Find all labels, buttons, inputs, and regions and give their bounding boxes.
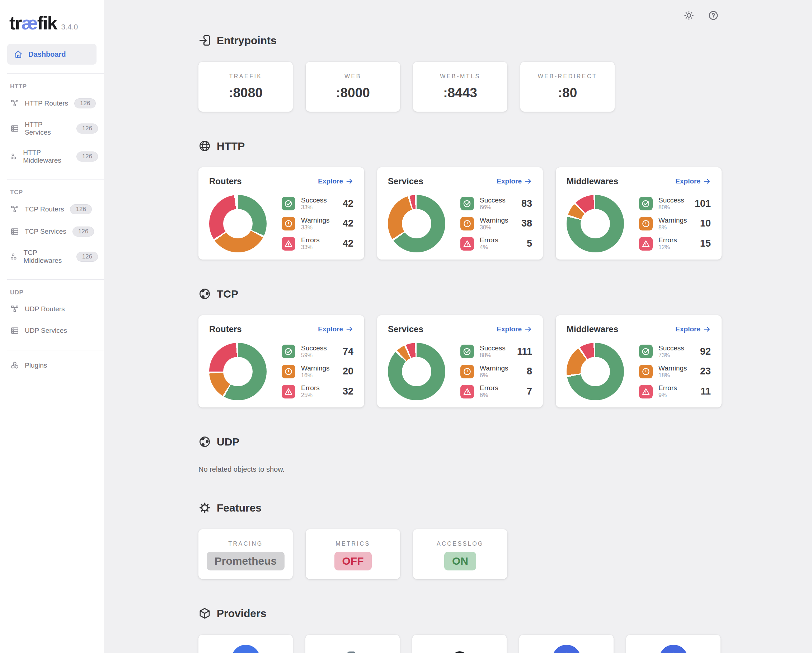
provider-card-docker: Docker: [198, 635, 293, 653]
arrow-right-icon: [345, 177, 353, 185]
router-icon: [10, 205, 19, 214]
explore-link[interactable]: Explore: [318, 177, 353, 185]
success-icon: [460, 345, 474, 358]
package-icon: [198, 607, 211, 619]
sidebar-item-tcp-middlewares[interactable]: TCP Middlewares 126: [0, 243, 104, 271]
sidebar-item-http-services[interactable]: HTTP Services 126: [0, 115, 104, 142]
explore-link[interactable]: Explore: [497, 325, 532, 333]
explore-link[interactable]: Explore: [318, 325, 353, 333]
stat-success: Success66% 83: [460, 197, 532, 211]
stat-warnings: Warnings33% 42: [282, 217, 353, 231]
stat-errors: Errors6% 7: [460, 384, 532, 399]
explore-link[interactable]: Explore: [497, 177, 532, 185]
count-badge: 126: [76, 124, 98, 133]
entrypoint-port: :8000: [306, 86, 400, 101]
service-icon: [10, 326, 19, 335]
warning-icon: [460, 365, 474, 378]
stat-value: 8: [527, 366, 532, 377]
sidebar-section-udp: UDP: [0, 280, 104, 298]
router-icon: [10, 99, 19, 108]
entrypoints-row: TRAEFIK :8080 WEB :8000 WEB-MTLS :8443 W…: [198, 62, 812, 112]
theme-toggle-sun-icon[interactable]: [684, 10, 694, 21]
sidebar-item-label: HTTP Routers: [25, 99, 68, 107]
entrypoint-card-web-redirect: WEB-REDIRECT :80: [520, 62, 615, 112]
topbar: [684, 10, 719, 21]
stat-errors: Errors4% 5: [460, 237, 532, 251]
router-icon: [10, 304, 19, 314]
stat-value: 11: [701, 386, 711, 397]
entrypoint-name: TRAEFIK: [198, 73, 293, 80]
sidebar-item-udp-services[interactable]: UDP Services: [0, 320, 104, 341]
entrypoint-name: WEB: [306, 73, 400, 80]
main-content: Entrypoints TRAEFIK :8080 WEB :8000 WEB-…: [104, 0, 812, 653]
sidebar-item-http-middlewares[interactable]: HTTP Middlewares 126: [0, 142, 104, 171]
service-icon: [10, 227, 19, 236]
arrow-right-icon: [524, 177, 532, 185]
sidebar-item-label: HTTP Middlewares: [23, 148, 70, 164]
error-icon: [460, 385, 474, 399]
arrow-right-icon: [345, 325, 353, 333]
stat-value: 42: [343, 238, 353, 249]
gear-icon: [198, 502, 211, 514]
explore-link[interactable]: Explore: [675, 325, 711, 333]
help-icon[interactable]: [708, 10, 719, 21]
providers-heading: Providers: [198, 607, 812, 619]
stat-value: 32: [343, 386, 353, 397]
arrow-right-icon: [524, 325, 532, 333]
count-badge: 126: [72, 226, 94, 237]
entrypoint-port: :8080: [198, 86, 293, 101]
stat-success: Success33% 42: [282, 197, 353, 211]
explore-link[interactable]: Explore: [675, 177, 711, 185]
entrypoint-name: WEB-REDIRECT: [520, 73, 615, 80]
sidebar-item-dashboard[interactable]: Dashboard: [7, 44, 96, 64]
sidebar-item-label: UDP Routers: [25, 305, 65, 313]
globe-icon: [198, 140, 211, 152]
entrypoint-card-web: WEB :8000: [306, 62, 400, 112]
http-cards-row: Routers Explore Success33% 42 Warnings33…: [198, 167, 812, 260]
service-icon: [10, 124, 19, 133]
stat-success: Success80% 101: [639, 197, 711, 211]
tcp-routers-card: Routers Explore Success59% 74 Warnings16…: [198, 315, 364, 407]
udp-heading: UDP: [198, 436, 812, 448]
donut-hole: [223, 209, 253, 239]
sidebar-item-tcp-routers[interactable]: TCP Routers 126: [0, 198, 104, 220]
file-icon: [338, 645, 367, 653]
stat-errors: Errors25% 32: [282, 384, 353, 399]
sidebar-item-udp-routers[interactable]: UDP Routers: [0, 298, 104, 320]
providers-row: Docker File: [198, 635, 812, 653]
arrow-right-icon: [703, 325, 711, 333]
donut-chart: [566, 195, 624, 252]
stat-value: 7: [527, 386, 532, 397]
section-title: Providers: [217, 607, 266, 619]
card-title: Routers: [209, 324, 242, 334]
card-title: Services: [388, 324, 423, 334]
card-title: Middlewares: [566, 176, 618, 186]
error-icon: [282, 385, 295, 399]
count-badge: 126: [76, 252, 98, 262]
stat-errors: Errors9% 11: [639, 384, 711, 399]
warning-icon: [639, 217, 653, 231]
section-title: TCP: [217, 288, 238, 300]
provider-card-file: File: [305, 635, 400, 653]
middleware-icon: [10, 252, 18, 262]
sidebar-item-label: TCP Middlewares: [24, 249, 70, 265]
sidebar-item-tcp-services[interactable]: TCP Services 126: [0, 220, 104, 243]
stat-warnings: Warnings6% 8: [460, 365, 532, 379]
donut-chart: [388, 343, 445, 400]
donut-hole: [402, 209, 431, 239]
donut-chart: [566, 343, 624, 400]
feature-card-accesslog: ACCESSLOG ON: [413, 529, 507, 579]
sidebar-item-http-routers[interactable]: HTTP Routers 126: [0, 92, 104, 115]
sidebar-item-plugins[interactable]: Plugins: [0, 355, 104, 376]
donut-hole: [223, 357, 253, 386]
stat-value: 42: [343, 198, 353, 209]
feature-card-tracing: TRACING Prometheus: [198, 529, 293, 579]
warning-icon: [460, 217, 474, 231]
entrypoint-port: :8443: [413, 86, 507, 101]
section-title: Entrypoints: [217, 34, 277, 47]
provider-card-kubernetes-crd: KubernetesCRD: [626, 635, 720, 653]
login-icon: [198, 34, 211, 47]
error-icon: [282, 237, 295, 251]
sidebar-section-tcp: TCP: [0, 179, 104, 198]
traefik-logo: træfik 3.4.0: [0, 10, 104, 44]
